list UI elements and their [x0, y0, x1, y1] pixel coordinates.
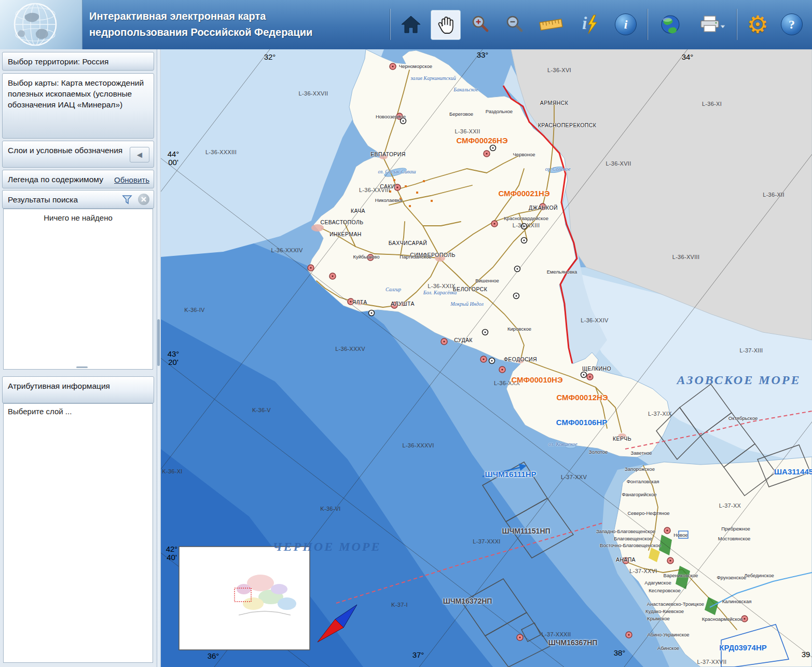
map-label: Красноармейское — [702, 616, 743, 622]
map-label: Красногвардейское — [504, 215, 548, 221]
layers-label: Слои и условные обозначения — [8, 145, 127, 156]
app-logo — [0, 0, 82, 49]
map-label: L-36-XII — [763, 192, 785, 198]
map-label: 33° — [477, 50, 489, 59]
print-button[interactable] — [697, 10, 726, 39]
map-canvas[interactable]: 32°33°34°44°00'43°20'42°40'36°37°38°39L-… — [161, 49, 812, 667]
app-title-line2: недропользования Российской Федерации — [89, 24, 312, 40]
home-icon — [400, 14, 422, 35]
settings-button[interactable]: ⚙ — [743, 10, 772, 39]
map-label: 38° — [614, 648, 626, 657]
search-results-box[interactable]: Ничего не найдено — [3, 209, 153, 370]
globe-logo-icon — [0, 0, 82, 49]
app-title: Интерактивная электронная карта недропол… — [89, 8, 312, 40]
map-label: САКИ — [380, 183, 395, 189]
map-label: Лебединское — [744, 573, 774, 578]
map-label: 39 — [802, 650, 810, 659]
measure-button[interactable] — [536, 10, 566, 39]
map-label: АРМЯНСК — [540, 100, 568, 106]
resize-handle[interactable] — [76, 366, 88, 368]
home-button[interactable] — [396, 10, 425, 39]
map-label: Кеслеровское — [649, 588, 680, 593]
search-results-header[interactable]: Результаты поиска — [2, 190, 154, 209]
map-label: 37° — [412, 650, 424, 659]
map-label: Заветное — [630, 450, 652, 456]
attribute-empty-text: Выберите слой ... — [8, 407, 72, 416]
map-label: L-36-XXVII — [299, 90, 328, 97]
info-i-glyph: i — [624, 18, 628, 32]
map-label: 42° — [166, 545, 178, 553]
map-label: СМФ00010НЭ — [511, 375, 562, 384]
map-label: СУДАК — [454, 337, 473, 343]
map-label: Фанагорийское — [622, 492, 656, 497]
map-label: Куйбышево — [353, 254, 380, 260]
map-label: L-36-XXVIII — [359, 187, 390, 193]
map-label: Прибрежное — [721, 526, 750, 532]
map-label: БЕЛОГОРСК — [453, 286, 487, 292]
collapse-arrow-button[interactable]: ◄ — [130, 147, 149, 162]
map-label: L-37-XXVII — [697, 659, 727, 665]
toolbar-separator — [648, 9, 648, 40]
refresh-link[interactable]: Обновить — [114, 174, 149, 185]
legend-panel-header[interactable]: Легенда по содержимому Обновить — [2, 170, 154, 188]
map-label: Абинское — [657, 645, 679, 651]
map-label: СМФ00012НЭ — [556, 393, 608, 402]
info-button[interactable]: i — [611, 10, 640, 39]
map-label: L-36-XXXV — [335, 346, 365, 352]
splitter-handle[interactable] — [157, 319, 160, 366]
map-label: Фрунзенское — [717, 575, 747, 580]
map-label: Калиновская — [722, 598, 752, 604]
map-label: Золотое — [589, 449, 608, 455]
map-label: СЕВАСТОПОЛЬ — [320, 219, 363, 225]
map-label: Варениковское — [664, 573, 698, 578]
map-label: Червоное — [513, 152, 535, 157]
map-label: КРД03974НР — [719, 643, 766, 652]
map-label: Раздольное — [486, 108, 513, 114]
map-selector[interactable]: Выбор карты: Карта месторождений полезны… — [2, 73, 154, 139]
filter-icon[interactable] — [121, 194, 133, 208]
map-label: Николаевка — [375, 197, 402, 203]
map-label: L-36-XXX — [494, 380, 520, 386]
overview-globe-button[interactable] — [656, 10, 685, 39]
map-label: Мокрый Индол — [450, 301, 484, 307]
map-label: Партизанское — [400, 254, 431, 260]
toolbar-separator — [737, 9, 737, 40]
globe-icon — [659, 13, 682, 36]
question-glyph: ? — [789, 18, 795, 32]
attribute-info-label: Атрибутивная информация — [8, 382, 110, 390]
map-label: Адагумское — [644, 580, 671, 586]
map-label: Западно-Благовещенское — [596, 528, 655, 534]
help-button[interactable]: ? — [777, 10, 806, 39]
zoom-out-button[interactable] — [500, 10, 529, 39]
pan-tool-button[interactable] — [431, 10, 461, 40]
identify-button[interactable]: i — [575, 10, 604, 39]
map-label: Кировское — [507, 326, 531, 332]
map-label: Фонталовская — [627, 479, 659, 484]
map-label: Запорожское — [625, 466, 655, 472]
map-label: Черноморское — [399, 63, 432, 69]
map-label: ШЧМ16367НП — [548, 638, 598, 647]
map-label: АЛУШТА — [391, 301, 415, 307]
map-label: КАЧА — [351, 208, 365, 214]
help-icon: ? — [781, 13, 803, 35]
app-title-line1: Интерактивная электронная карта — [89, 8, 312, 24]
sidebar: Выбор территории: Россия Выбор карты: Ка… — [0, 49, 157, 667]
attribute-info-header[interactable]: Атрибутивная информация — [2, 376, 154, 403]
map-label: L-37-XX — [719, 502, 741, 509]
sidebar-splitter[interactable] — [156, 49, 161, 667]
map-label: L-36-XXXIV — [271, 247, 302, 253]
map-label: 40' — [167, 553, 177, 562]
map-label: K-37-I — [391, 602, 408, 608]
map-label: L-36-XXIX — [428, 283, 455, 289]
map-label: L-37-XIX — [648, 411, 672, 417]
clear-search-icon[interactable] — [138, 194, 149, 205]
territory-selector[interactable]: Выбор территории: Россия — [2, 52, 154, 71]
map-label: 34° — [682, 52, 694, 61]
layers-panel-header[interactable]: Слои и условные обозначения ◄ — [2, 141, 154, 168]
app-header: Интерактивная электронная карта недропол… — [0, 0, 812, 50]
search-results-label: Результаты поиска — [8, 195, 78, 204]
map-label: L-37-XXXI — [473, 538, 500, 545]
attribute-info-box[interactable]: Выберите слой ... — [3, 403, 153, 663]
zoom-in-button[interactable] — [466, 10, 495, 39]
map-label: ИНКЕРМАН — [329, 231, 362, 237]
